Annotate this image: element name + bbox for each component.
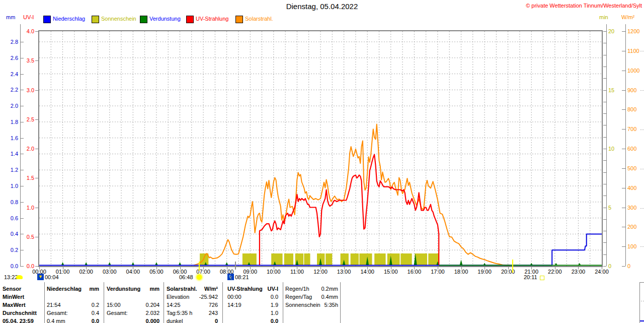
table-divider: [44, 282, 45, 323]
wm2-tick-label: 700: [627, 126, 636, 133]
wm2-axis-tick: [622, 246, 625, 247]
min-axis-tick: [603, 31, 606, 32]
table-cell-label: 14:25: [167, 302, 181, 308]
min-axis-tick: [603, 55, 606, 55]
min-axis-tick: [603, 208, 606, 208]
mm-tick-label: 2.2: [0, 87, 18, 93]
wm2-tick-label: 1200: [627, 28, 639, 35]
wm2-tick-label: 1000: [627, 68, 639, 74]
table-row-header: Sensor: [3, 286, 21, 292]
min-axis-tick: [603, 184, 606, 184]
wm2-tick-label: 800: [627, 106, 636, 113]
wm2-tick-label: 0: [627, 263, 630, 270]
wm2-tick-label: 200: [627, 224, 636, 230]
wm2-axis-tick: [622, 227, 625, 227]
sunset-tick: [512, 260, 513, 273]
hour-label: 19:00: [475, 269, 494, 275]
wm2-tick-label: 100: [627, 243, 636, 250]
chart-plot: [39, 31, 602, 266]
min-axis-tick: [603, 137, 606, 138]
edge-grid-stub: [640, 208, 644, 209]
mm-axis-tick: [20, 106, 24, 106]
uvi-tick-label: 1.0: [16, 205, 34, 211]
hour-label: 10:00: [265, 269, 283, 275]
mm-tick-label: 2.8: [0, 39, 18, 45]
table-divider: [340, 282, 341, 323]
min-axis-tick: [603, 266, 606, 267]
mm-axis-tick: [20, 186, 24, 186]
legend-swatch-solarstrahl: [235, 16, 243, 23]
min-axis-tick: [603, 43, 606, 43]
mm-tick-label: 1.8: [0, 119, 18, 125]
hour-label: 18:00: [452, 269, 470, 275]
table-cell-label: 15:00: [107, 302, 121, 308]
table-cell-value: 0.204: [124, 302, 159, 308]
wm2-axis-tick: [622, 31, 625, 32]
moonset-time-label: 00:04: [45, 274, 59, 281]
mm-axis-tick: [20, 42, 24, 42]
uvi-axis-tick: [35, 208, 39, 208]
uvi-axis-tick: [35, 119, 39, 120]
axis-unit-uvi: UV-I: [23, 14, 34, 21]
mm-axis-tick: [20, 74, 24, 75]
min-tick-label: 15: [608, 87, 614, 94]
table-cell-value: 1.9: [243, 302, 278, 308]
table-cell-value: -25.942: [183, 294, 218, 300]
table-cell-label: 00:00: [227, 294, 242, 300]
legend-label-uvstrahlung: UV-Strahlung: [196, 16, 228, 22]
table-cell-value: 0.2: [64, 302, 99, 308]
moondown-time-label: 08:21: [235, 274, 249, 281]
table-cell-value: 1.0: [243, 310, 278, 316]
hour-label: 17:00: [429, 269, 447, 275]
min-tick-label: 10: [608, 146, 614, 152]
legend-swatch-verdunstung: [140, 16, 147, 23]
wm2-axis-tick: [622, 129, 625, 130]
min-axis-tick: [603, 78, 606, 79]
mm-tick-label: 1.6: [0, 135, 18, 142]
uvi-axis-tick: [35, 31, 39, 32]
hour-label: 16:00: [405, 269, 423, 275]
mm-tick-label: 0.8: [0, 199, 18, 206]
hour-label: 13:00: [335, 269, 353, 275]
edge-panel-border: [639, 282, 640, 323]
moonset-icon: ▼: [37, 274, 44, 280]
table-divider: [104, 282, 104, 323]
table-cell-value: 726: [183, 302, 218, 308]
uvi-tick-label: 3.5: [16, 57, 34, 64]
table-col-unit: UV-I: [248, 286, 278, 292]
mm-axis-tick: [20, 218, 24, 219]
hour-label: 22:00: [546, 269, 564, 275]
hour-label: 14:00: [358, 269, 376, 275]
table-cell-value: 0.4mm: [303, 294, 338, 300]
table-cell-value: 0.4: [64, 310, 99, 316]
uvi-tick-label: 0.5: [16, 234, 34, 240]
min-axis-tick: [603, 149, 606, 149]
edge-panel-top: [639, 282, 644, 283]
uvi-axis-tick: [35, 178, 39, 178]
table-col-unit: mm: [129, 286, 159, 292]
table-col-unit: mm: [69, 286, 99, 292]
mm-axis-tick: [20, 250, 24, 250]
mm-tick-label: 2.6: [0, 55, 18, 61]
min-axis-tick: [603, 67, 606, 67]
hour-label: 04:00: [124, 269, 142, 275]
min-axis-tick: [603, 90, 606, 91]
axis-unit-wm2: W/m²: [621, 14, 634, 21]
mm-tick-label: 2.0: [0, 103, 18, 109]
uvi-tick-label: 1.5: [16, 175, 34, 181]
table-row-header: 05.04. 23:59: [3, 318, 34, 323]
wm2-tick-label: 500: [627, 165, 636, 172]
wm2-axis-tick: [622, 71, 625, 71]
table-cell-label: 14:19: [227, 302, 242, 308]
sun-icon: [197, 275, 202, 280]
table-cell-value: 0.000: [124, 318, 159, 323]
hour-label: 24:00: [593, 269, 611, 275]
legend-label-sonnenschein: Sonnenschein: [101, 16, 136, 22]
wm2-tick-label: 1100: [627, 48, 639, 54]
uvi-axis-tick: [35, 266, 39, 267]
mm-tick-label: 0.4: [0, 231, 18, 237]
edge-panel-rain-line: [640, 320, 644, 321]
hour-label: 20:00: [499, 269, 517, 275]
min-axis-tick: [603, 196, 606, 196]
wm2-axis-tick: [622, 168, 625, 169]
